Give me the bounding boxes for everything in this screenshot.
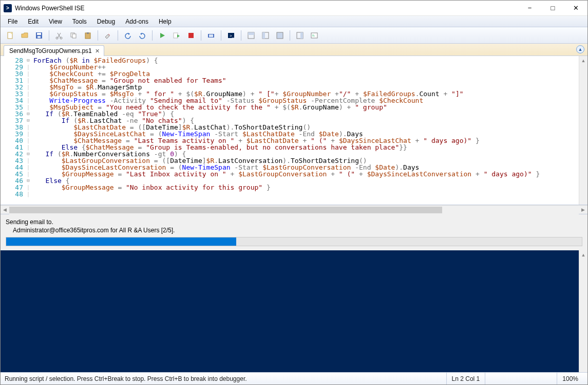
- svg-rect-9: [87, 32, 89, 34]
- progress-activity-text: Sending email to.: [6, 218, 582, 226]
- layout-script-top-button[interactable]: [244, 29, 258, 42]
- toolbar: >_: [1, 27, 587, 44]
- menu-edit[interactable]: Edit: [24, 17, 43, 26]
- new-file-button[interactable]: [4, 29, 17, 42]
- svg-text:>_: >_: [230, 33, 235, 38]
- svg-rect-3: [37, 36, 41, 38]
- run-selection-button[interactable]: [170, 29, 183, 42]
- menu-bar: File Edit View Tools Debug Add-ons Help: [1, 16, 587, 27]
- menu-file[interactable]: File: [4, 17, 22, 26]
- run-script-button[interactable]: [156, 29, 169, 42]
- progress-bar-fill: [6, 237, 236, 246]
- copy-button[interactable]: [67, 29, 80, 42]
- svg-rect-7: [72, 34, 76, 38]
- svg-rect-20: [277, 32, 283, 39]
- redo-button[interactable]: [136, 29, 149, 42]
- file-tab-close-icon[interactable]: ✕: [95, 48, 100, 54]
- new-remote-tab-button[interactable]: [204, 29, 218, 42]
- svg-rect-11: [188, 33, 194, 38]
- tab-bar: SendMsgToGroupOwners.ps1 ✕ ▲: [1, 44, 587, 56]
- progress-bar: [6, 237, 582, 246]
- menu-help[interactable]: Help: [155, 17, 176, 26]
- progress-status-text: Administrator@office365itpros.com for Al…: [6, 227, 582, 234]
- clear-button[interactable]: [101, 29, 115, 42]
- status-message: Running script / selection. Press Ctrl+B…: [5, 375, 446, 382]
- line-number-gutter: 2829303132333435363738394041424344454647…: [1, 56, 25, 205]
- svg-rect-17: [248, 32, 254, 35]
- layout-script-max-button[interactable]: [273, 29, 287, 42]
- console-vertical-scrollbar[interactable]: ▲: [579, 250, 587, 372]
- powershell-app-icon: [4, 4, 12, 12]
- svg-rect-19: [262, 32, 265, 39]
- stop-button[interactable]: [184, 29, 198, 42]
- paste-button[interactable]: [81, 29, 94, 42]
- close-button[interactable]: ✕: [564, 1, 587, 16]
- open-file-button[interactable]: [18, 29, 31, 42]
- menu-view[interactable]: View: [45, 17, 66, 26]
- minimize-button[interactable]: −: [518, 1, 541, 16]
- editor-vertical-scrollbar[interactable]: ▲: [579, 56, 587, 205]
- save-button[interactable]: [32, 29, 46, 42]
- svg-rect-22: [300, 32, 303, 39]
- menu-addons[interactable]: Add-ons: [121, 17, 153, 26]
- undo-button[interactable]: [121, 29, 135, 42]
- editor-horizontal-scrollbar[interactable]: ◀ ▶: [1, 205, 587, 214]
- show-command-addon-button[interactable]: [293, 29, 307, 42]
- maximize-button[interactable]: □: [541, 1, 564, 16]
- show-command-window-button[interactable]: [308, 29, 321, 42]
- script-editor-pane[interactable]: 2829303132333435363738394041424344454647…: [1, 56, 587, 205]
- console-output-pane[interactable]: [1, 250, 579, 372]
- title-bar: Windows PowerShell ISE − □ ✕: [1, 1, 587, 16]
- menu-debug[interactable]: Debug: [93, 17, 119, 26]
- layout-side-by-side-button[interactable]: [259, 29, 272, 42]
- svg-rect-10: [174, 33, 178, 38]
- code-content[interactable]: ForEach ($R in $FailedGroups) { $GroupNu…: [31, 56, 579, 205]
- cut-button[interactable]: [52, 29, 66, 42]
- svg-rect-23: [311, 33, 317, 38]
- file-tab[interactable]: SendMsgToGroupOwners.ps1 ✕: [4, 45, 104, 56]
- window-title: Windows PowerShell ISE: [15, 5, 518, 12]
- status-zoom: 100%: [557, 373, 583, 384]
- status-spacer: [485, 373, 557, 384]
- svg-rect-2: [37, 33, 41, 35]
- svg-rect-13: [209, 34, 213, 37]
- fold-gutter[interactable]: ⊟|||||||⊟⊟||||⊟|||⊟||: [25, 56, 31, 205]
- status-bar: Running script / selection. Press Ctrl+B…: [1, 372, 587, 384]
- start-powershell-button[interactable]: >_: [224, 29, 238, 42]
- file-tab-label: SendMsgToGroupOwners.ps1: [9, 47, 92, 54]
- progress-panel: Sending email to. Administrator@office36…: [1, 214, 587, 250]
- menu-tools[interactable]: Tools: [68, 17, 91, 26]
- status-line-col: Ln 2 Col 1: [446, 373, 485, 384]
- expand-script-pane-button[interactable]: ▲: [576, 45, 584, 53]
